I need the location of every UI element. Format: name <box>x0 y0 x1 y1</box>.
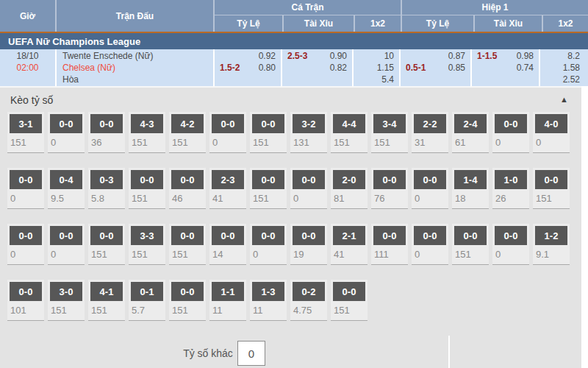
score-odds-value: 0 <box>412 189 448 204</box>
score-chip: 1-2 <box>535 226 567 245</box>
score-odds-value: 151 <box>88 301 125 316</box>
full-overunder-odds-cell[interactable]: 2.5-30.90 0.82 <box>281 49 352 86</box>
score-odds-cell[interactable]: 0-00 <box>290 168 327 209</box>
score-odds-cell[interactable]: 0-49.5 <box>48 168 85 209</box>
score-odds-cell[interactable]: 0-24.75 <box>290 280 327 321</box>
score-odds-cell[interactable]: 3-2131 <box>290 112 327 153</box>
score-odds-cell[interactable]: 0-014 <box>209 224 246 265</box>
score-odds-value: 61 <box>452 133 489 148</box>
score-odds-cell[interactable]: 0-00 <box>209 112 246 153</box>
score-odds-cell[interactable]: 0-00 <box>492 112 529 153</box>
score-odds-cell[interactable]: 2-341 <box>209 168 246 209</box>
half-handicap-home-odds[interactable]: 0.87 <box>448 50 465 62</box>
half-1x2-away-odds[interactable]: 1.58 <box>563 62 580 74</box>
half-handicap-odds-cell[interactable]: 0.87 0.5-10.85 <box>399 49 470 86</box>
score-odds-cell[interactable]: 0-35.8 <box>88 168 125 209</box>
score-odds-cell[interactable]: 2-141 <box>331 224 368 265</box>
score-odds-cell[interactable]: 1-29.1 <box>533 224 570 265</box>
score-odds-value: 151 <box>371 133 408 148</box>
half-under-odds[interactable]: 0.74 <box>517 62 534 74</box>
score-odds-cell[interactable]: 4-3151 <box>129 112 165 153</box>
full-under-odds[interactable]: 0.82 <box>330 62 347 74</box>
score-chip: 0-0 <box>10 226 42 245</box>
full-handicap-home-odds[interactable]: 0.92 <box>259 50 276 62</box>
score-odds-cell[interactable]: 0-00 <box>48 224 85 265</box>
half-handicap-away-odds[interactable]: 0.85 <box>448 62 465 74</box>
score-odds-cell[interactable]: 0-0111 <box>371 224 408 265</box>
full-1x2-odds-cell[interactable]: 10 1.15 5.4 <box>352 49 399 86</box>
collapse-triangle-icon[interactable]: ▲ <box>560 95 568 104</box>
score-odds-cell[interactable]: 1-026 <box>492 168 529 209</box>
score-odds-cell[interactable]: 3-3151 <box>129 224 165 265</box>
score-odds-cell[interactable]: 0-0151 <box>169 280 206 321</box>
score-odds-cell[interactable]: 0-00 <box>412 224 448 265</box>
score-odds-cell[interactable]: 3-1151 <box>7 112 44 153</box>
score-odds-cell[interactable]: 4-4151 <box>331 112 368 153</box>
score-odds-cell[interactable]: 1-311 <box>250 280 287 321</box>
score-chip: 0-0 <box>171 282 204 301</box>
score-odds-cell[interactable]: 4-2151 <box>169 112 206 153</box>
score-odds-cell[interactable]: 1-111 <box>209 280 246 321</box>
score-odds-cell[interactable]: 0-00 <box>250 224 287 265</box>
match-teams-cell: Twente Enschede (Nữ) Chelsea (Nữ) Hòa <box>55 49 213 86</box>
score-odds-value: 151 <box>129 133 165 148</box>
score-odds-cell[interactable]: 0-00 <box>412 168 448 209</box>
score-odds-value: 0 <box>7 189 44 204</box>
full-1x2-away-odds[interactable]: 1.15 <box>377 62 394 74</box>
score-odds-cell[interactable]: 0-00 <box>7 224 44 265</box>
score-odds-cell[interactable]: 0-00 <box>48 112 85 153</box>
score-odds-cell[interactable]: 0-046 <box>169 168 206 209</box>
half-1x2-draw-odds[interactable]: 2.52 <box>563 74 580 85</box>
column-group-first-half: Hiệp 1 Tỷ Lệ Tài Xỉu 1x2 <box>401 0 588 32</box>
score-odds-cell[interactable]: 3-4151 <box>371 112 408 153</box>
score-odds-cell[interactable]: 0-0151 <box>129 168 165 209</box>
score-odds-cell[interactable]: 0-036 <box>88 112 125 153</box>
score-odds-value: 131 <box>290 133 327 148</box>
score-odds-cell[interactable]: 1-418 <box>452 168 489 209</box>
score-chip: 0-0 <box>414 226 446 245</box>
score-odds-cell[interactable]: 0-00 <box>492 224 529 265</box>
score-chip: 4-1 <box>90 282 123 301</box>
score-odds-cell[interactable]: 0-0151 <box>452 224 489 265</box>
other-score-value-box[interactable]: 0 <box>237 341 265 366</box>
score-odds-cell[interactable]: 3-0151 <box>48 280 85 321</box>
full-1x2-home-odds[interactable]: 10 <box>384 50 394 62</box>
score-odds-cell[interactable]: 0-0151 <box>331 280 368 321</box>
score-odds-cell[interactable]: 0-00 <box>7 168 44 209</box>
score-odds-cell[interactable]: 0-0151 <box>250 168 287 209</box>
score-chip: 0-0 <box>212 114 244 133</box>
score-odds-cell[interactable]: 0-15.7 <box>129 280 165 321</box>
full-over-odds[interactable]: 0.90 <box>330 50 347 62</box>
score-odds-cell[interactable]: 4-1151 <box>88 280 125 321</box>
correct-score-panel-header[interactable]: Kèo tỷ số ▲ <box>0 88 581 112</box>
half-overunder-odds-cell[interactable]: 1-1.50.98 0.74 <box>470 49 539 86</box>
column-header-full-overunder: Tài Xỉu <box>282 15 354 32</box>
full-handicap-away-odds[interactable]: 0.80 <box>259 62 276 74</box>
half-over-odds[interactable]: 0.98 <box>517 50 534 62</box>
score-odds-cell[interactable]: 4-00 <box>533 112 570 153</box>
full-handicap-odds-cell[interactable]: 0.92 1.5-20.80 <box>213 49 281 86</box>
score-odds-cell[interactable]: 0-0151 <box>250 112 287 153</box>
score-chip: 2-0 <box>333 170 365 189</box>
half-1x2-home-odds[interactable]: 8.2 <box>567 50 580 62</box>
score-chip: 4-4 <box>333 114 365 133</box>
score-odds-value: 31 <box>412 133 448 148</box>
score-odds-cell[interactable]: 2-231 <box>412 112 448 153</box>
half-1x2-odds-cell[interactable]: 8.2 1.58 2.52 <box>539 49 585 86</box>
score-odds-cell[interactable]: 0-0101 <box>7 280 44 321</box>
half-overunder-line: 1-1.5 <box>477 50 497 62</box>
column-header-time-label: Giờ <box>20 11 35 21</box>
score-odds-cell[interactable]: 0-0151 <box>88 224 125 265</box>
score-chip: 1-3 <box>252 282 284 301</box>
score-odds-cell[interactable]: 0-076 <box>371 168 408 209</box>
full-1x2-draw-odds[interactable]: 5.4 <box>381 74 394 85</box>
score-odds-cell[interactable]: 2-461 <box>452 112 489 153</box>
score-odds-value: 151 <box>169 301 206 316</box>
score-odds-cell[interactable]: 0-0151 <box>533 168 570 209</box>
score-odds-value: 151 <box>250 133 287 148</box>
score-odds-cell[interactable]: 0-0151 <box>169 224 206 265</box>
full-match-group-label: Cá Trận <box>215 0 401 15</box>
correct-score-panel: Kèo tỷ số ▲ 3-11510-000-0364-31514-21510… <box>0 86 581 368</box>
score-odds-cell[interactable]: 0-019 <box>290 224 327 265</box>
score-odds-cell[interactable]: 2-081 <box>331 168 368 209</box>
